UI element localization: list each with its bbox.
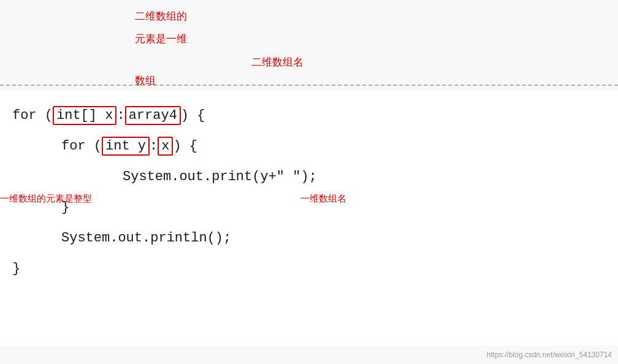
sysout-print: System.out.print(y+" "); xyxy=(123,169,317,184)
colon-1: : xyxy=(116,108,124,123)
separator-line xyxy=(0,85,618,86)
code-line-2: for (int y:x) { xyxy=(12,131,606,161)
for-keyword-2: for ( xyxy=(61,138,102,154)
close-brace-outer: } xyxy=(12,261,20,276)
brace-1: ) { xyxy=(181,108,205,123)
code-line-1: for (int[] x:array4) { xyxy=(12,100,606,131)
sysout-println: System.out.println(); xyxy=(61,230,231,246)
for-keyword-1: for ( xyxy=(12,108,53,123)
watermark: https://blog.csdn.net/weixin_54130714 xyxy=(487,351,612,359)
code-line-3: System.out.print(y+" "); xyxy=(12,161,606,192)
code-line-5: System.out.println(); xyxy=(12,222,606,253)
array4-highlight: array4 xyxy=(125,106,181,125)
colon-2: : xyxy=(150,138,158,154)
annotation-1d-element-type: 一维数组的元素是整型 xyxy=(0,193,92,205)
code-line-6: } xyxy=(12,253,606,284)
annotation-array-name-2d: 二维数组名 xyxy=(251,55,303,69)
code-block: for (int[] x:array4) { for (int y:x) { S… xyxy=(0,91,618,346)
annotation-1d-array-name: 一维数组名 xyxy=(300,193,346,205)
annotation-element-1d: 元素是一维 xyxy=(135,32,187,46)
annotation-2d-array: 二维数组的 xyxy=(135,9,187,23)
brace-2: ) { xyxy=(173,138,197,154)
x-highlight: x xyxy=(158,137,173,156)
int-y-highlight: int y xyxy=(102,137,150,156)
int-array-x-highlight: int[] x xyxy=(53,106,116,125)
